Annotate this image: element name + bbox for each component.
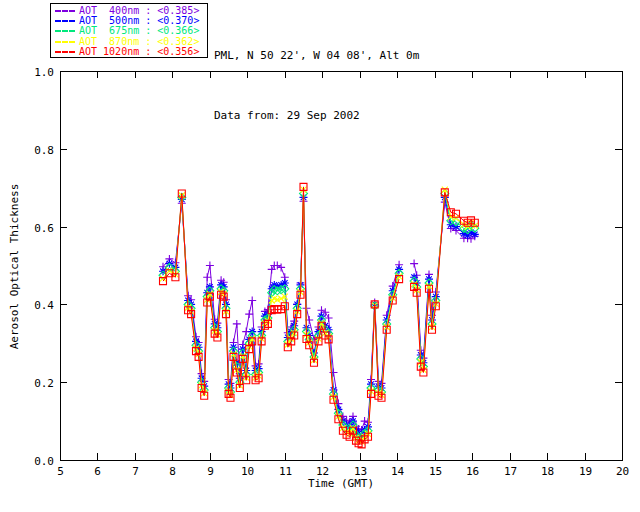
x-axis-label: Time (GMT)	[60, 477, 622, 490]
header-location: PML, N 50 22', W 04 08', Alt 0m	[214, 46, 419, 66]
y-axis-label: Aerosol Optical Thickness	[8, 157, 21, 377]
legend-box: AOT 400nm : <0.385> AOT 500nm : <0.370> …	[50, 3, 208, 58]
header-date: Data from: 29 Sep 2002	[214, 106, 419, 126]
y-tick-label: 0.2	[34, 377, 54, 390]
header-block: PML, N 50 22', W 04 08', Alt 0m Data fro…	[214, 6, 419, 166]
y-tick-label: 0.4	[34, 299, 54, 312]
legend-label-1020nm: AOT 1020nm : <0.356>	[79, 47, 199, 57]
series-line-aot-500nm	[163, 197, 399, 434]
legend-line-sample-500nm	[55, 20, 75, 22]
legend-item-1020nm: AOT 1020nm : <0.356>	[55, 47, 207, 57]
series-line-aot-870nm	[163, 190, 399, 442]
series-line-aot-675nm	[163, 194, 399, 439]
series-line-aot-1020nm	[163, 187, 399, 445]
series-line-aot-870nm	[414, 190, 475, 370]
y-tick-label: 0.8	[34, 144, 54, 157]
series-line-aot-400nm	[163, 201, 399, 430]
legend-line-sample-675nm	[55, 30, 75, 32]
y-tick-label: 0.0	[34, 455, 54, 468]
legend-label-675nm: AOT 675nm : <0.366>	[79, 26, 199, 36]
legend-line-sample-870nm	[55, 41, 75, 43]
screenshot-root: 5678910111213141516171819200.00.20.40.60…	[0, 0, 640, 512]
y-tick-label: 0.6	[34, 222, 54, 235]
y-tick-label: 1.0	[34, 66, 54, 79]
legend-line-sample-1020nm	[55, 51, 75, 53]
legend-line-sample-400nm	[55, 10, 75, 12]
